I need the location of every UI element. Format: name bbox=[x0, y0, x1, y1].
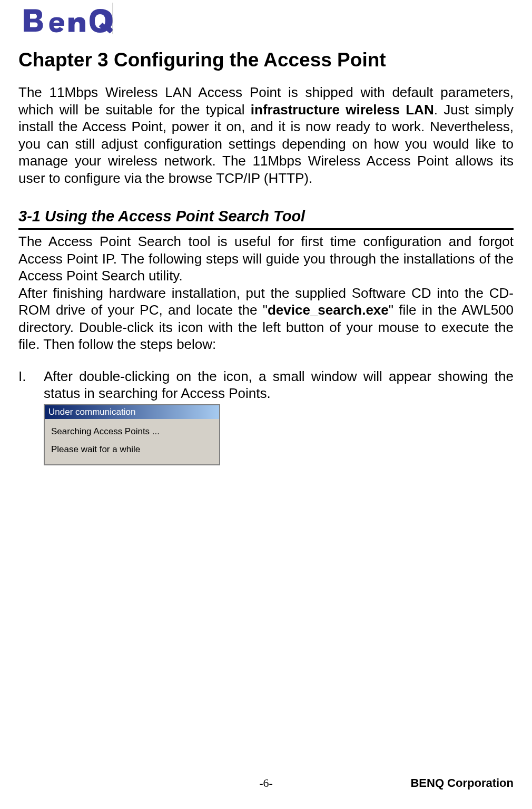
dialog-window: Under communication Searching Access Poi… bbox=[44, 404, 220, 465]
dialog-screenshot: Under communication Searching Access Poi… bbox=[44, 404, 514, 465]
step-list-item: I. After double-clicking on the icon, a … bbox=[18, 368, 514, 402]
device-search-filename: device_search.exe bbox=[268, 302, 389, 318]
brand-logo bbox=[18, 0, 514, 43]
section-divider bbox=[18, 228, 514, 230]
chapter-title: Chapter 3 Configuring the Access Point bbox=[18, 49, 514, 71]
page-footer: -6- BENQ Corporation bbox=[18, 776, 514, 790]
step-marker: I. bbox=[18, 368, 44, 402]
step-text: After double-clicking on the icon, a sma… bbox=[44, 368, 514, 402]
dialog-status-line: Searching Access Points ... bbox=[51, 426, 213, 437]
intro-bold-1: infrastructure wireless LAN bbox=[251, 102, 434, 118]
section-heading: 3-1 Using the Access Point Search Tool bbox=[18, 208, 514, 225]
intro-paragraph: The 11Mbps Wireless LAN Access Point is … bbox=[18, 84, 514, 187]
page-number: -6- bbox=[18, 776, 514, 790]
section-para1: The Access Point Search tool is useful f… bbox=[18, 233, 514, 284]
section-body: The Access Point Search tool is useful f… bbox=[18, 233, 514, 353]
dialog-wait-line: Please wait for a while bbox=[51, 444, 213, 455]
benq-logo-svg bbox=[18, 3, 113, 34]
dialog-titlebar: Under communication bbox=[45, 405, 219, 419]
dialog-body: Searching Access Points ... Please wait … bbox=[45, 419, 219, 464]
